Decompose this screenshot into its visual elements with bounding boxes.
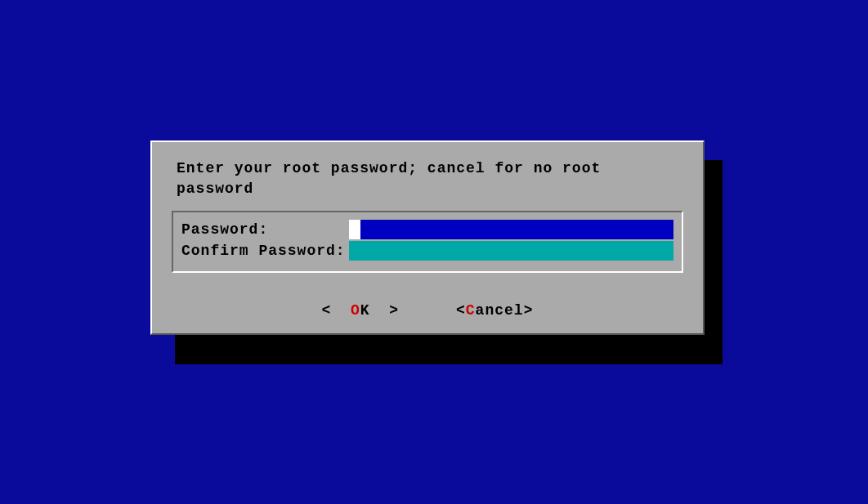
password-label: Password: xyxy=(181,221,268,238)
password-row: Password: xyxy=(181,219,673,240)
text-cursor xyxy=(349,220,360,239)
ok-button[interactable]: < OK > xyxy=(322,302,399,319)
cancel-button[interactable]: <Cancel> xyxy=(456,302,533,319)
cancel-hotkey: C xyxy=(466,302,476,319)
password-dialog: Enter your root password; cancel for no … xyxy=(150,140,705,335)
ok-hotkey: O xyxy=(351,302,360,319)
confirm-password-label: Confirm Password: xyxy=(181,243,346,259)
dialog-inner: Enter your root password; cancel for no … xyxy=(154,144,701,332)
dialog-prompt: Enter your root password; cancel for no … xyxy=(177,158,678,199)
confirm-password-input[interactable] xyxy=(349,241,673,261)
confirm-row: Confirm Password: xyxy=(181,240,673,261)
input-box: Password: Confirm Password: xyxy=(172,211,683,273)
button-row: < OK > <Cancel> xyxy=(154,302,701,319)
password-input[interactable] xyxy=(349,220,673,239)
